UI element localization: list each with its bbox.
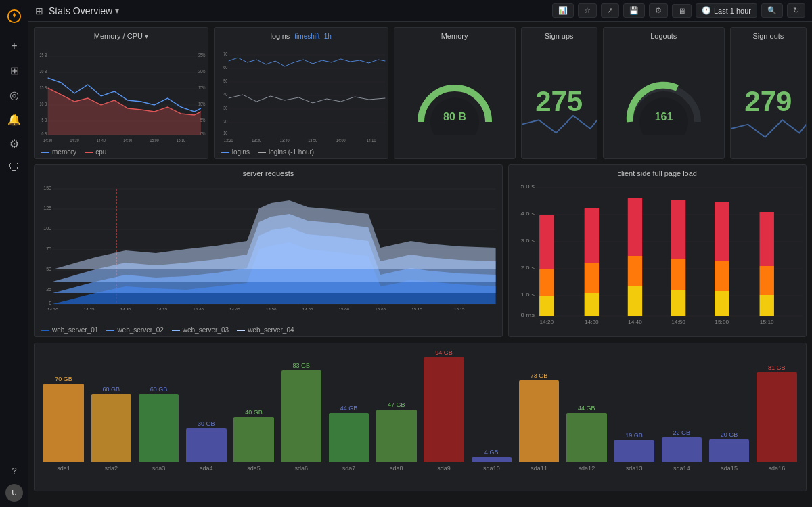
svg-rect-98 [627,286,641,316]
svg-text:60: 60 [223,64,227,70]
svg-text:14:30: 14:30 [585,319,599,324]
disk-bar-group: 19 GBsda13 [610,432,658,472]
timeshift-label: timeshift -1h [294,32,331,40]
disk-bar [91,394,132,462]
memory-gauge-svg: 80 B [411,68,499,135]
legend-memory[interactable]: memory [41,148,76,156]
svg-text:20: 20 [223,118,227,124]
svg-rect-107 [759,295,773,316]
disk-bar-value-label: 44 GB [578,405,595,412]
logins-title: logins timeshift -1h [215,28,388,44]
legend-ws4[interactable]: web_server_04 [237,326,294,334]
disk-bar-group: 60 GBsda3 [135,386,183,472]
memory-gauge-title: Memory [394,28,515,44]
dashboards-icon[interactable]: ⊞ [3,60,25,81]
svg-text:15:10: 15:10 [759,319,773,324]
star-btn[interactable]: ☆ [578,3,597,18]
legend-ws2[interactable]: web_server_02 [106,326,163,334]
svg-text:150: 150 [43,185,51,191]
disk-bar-group: 40 GBsda5 [230,409,277,472]
svg-text:20 B: 20 B [40,68,47,74]
svg-text:161: 161 [654,111,673,123]
disk-bar-value-label: 94 GB [435,349,453,356]
disk-bar [662,437,702,462]
zoom-out-btn[interactable]: 🔍 [761,3,783,18]
disk-bar-group: 60 GBsda2 [87,386,135,472]
legend-logins-1h[interactable]: logins (-1 hour) [258,148,314,156]
logouts-gauge-svg: 161 [620,68,708,135]
server-admin-icon[interactable]: 🛡 [3,157,25,179]
tv-mode-btn[interactable]: 🖥 [672,4,692,18]
svg-text:15 B: 15 B [40,85,47,90]
svg-text:15%: 15% [198,85,205,90]
sign-outs-panel: Sign outs 279 [730,27,807,159]
server-requests-title: server requests [35,165,502,181]
logouts-title: Logouts [604,28,724,44]
svg-text:10%: 10% [198,101,205,106]
disk-bar [329,413,369,462]
ws1-color [41,330,49,331]
time-range-picker[interactable]: 🕐 Last 1 hour [696,3,757,18]
explore-icon[interactable]: ◎ [3,84,25,106]
logins-body: 70 60 50 40 30 20 10 [215,44,388,146]
disk-bar-value-label: 22 GB [673,429,691,436]
help-icon[interactable]: ? [3,460,25,481]
server-requests-panel: server requests 150 125 100 75 50 25 0 [34,164,503,337]
share-btn[interactable]: ↗ [601,3,619,18]
server-requests-legend: web_server_01 web_server_02 web_server_0… [35,324,502,336]
svg-text:10: 10 [223,130,227,135]
disk-bar-group: 44 GBsda12 [563,405,610,472]
disk-bar-value-label: 60 GB [150,386,168,393]
disk-bar-value-label: 19 GB [625,432,643,439]
legend-ws3[interactable]: web_server_03 [172,326,229,334]
svg-text:25: 25 [46,286,51,292]
row-3: 70 GBsda160 GBsda260 GBsda330 GBsda440 G… [34,343,807,491]
svg-text:5.0 s: 5.0 s [520,183,535,190]
clock-icon: 🕐 [702,6,711,15]
disk-bar [376,410,417,462]
memory-cpu-caret[interactable]: ▾ [145,32,148,40]
svg-rect-93 [539,269,554,296]
sign-ups-panel: Sign ups 275 [521,27,597,159]
disk-bar-group: 44 GBsda7 [325,405,373,472]
title-caret[interactable]: ▾ [115,6,119,16]
svg-text:14:20: 14:20 [47,307,58,310]
legend-ws1[interactable]: web_server_01 [41,326,98,334]
logins-1h-color [258,152,266,153]
settings-btn[interactable]: ⚙ [649,3,668,18]
user-avatar[interactable]: U [5,484,23,502]
refresh-btn[interactable]: ↻ [787,3,805,18]
disk-bars-container: 70 GBsda160 GBsda260 GBsda330 GBsda440 G… [35,343,806,491]
configuration-icon[interactable]: ⚙ [3,133,25,154]
grafana-logo[interactable] [3,5,25,27]
disk-bar-group: 47 GBsda8 [373,401,420,472]
disk-bar [519,380,560,462]
disk-bar [139,394,179,462]
sign-outs-body: 279 [731,44,806,158]
legend-cpu[interactable]: cpu [85,148,106,156]
save-btn[interactable]: 💾 [623,3,645,18]
svg-text:14:45: 14:45 [229,307,240,310]
disk-bar-value-label: 30 GB [198,420,215,427]
disk-bar [757,372,797,462]
row-2: server requests 150 125 100 75 50 25 0 [34,164,807,337]
svg-text:50: 50 [46,266,51,272]
svg-text:15:00: 15:00 [715,319,729,324]
client-page-load-chart: 5.0 s 4.0 s 3.0 s 2.0 s 1.0 s 0 ms [509,181,806,324]
graph-type-btn[interactable]: 📊 [552,3,574,18]
svg-rect-102 [671,259,685,290]
svg-text:15:05: 15:05 [375,307,386,310]
svg-text:14:30: 14:30 [120,307,131,310]
alerting-icon[interactable]: 🔔 [3,108,25,130]
svg-text:30: 30 [223,105,227,110]
memory-gauge-body: 80 B [394,44,515,158]
svg-rect-101 [671,290,685,316]
legend-logins[interactable]: logins [221,148,250,156]
add-panel-icon[interactable]: + [3,35,25,57]
dashboard-content: Memory / CPU ▾ 25 B 20 B 15 B 10 B 5 B 0… [28,22,812,507]
disk-bar [472,457,512,462]
svg-text:100: 100 [43,225,51,232]
dashboard-title: Stats Overview ▾ [49,5,119,16]
disk-bar-group: 22 GBsda14 [658,429,705,472]
disk-panel: 70 GBsda160 GBsda260 GBsda330 GBsda440 G… [34,343,807,491]
